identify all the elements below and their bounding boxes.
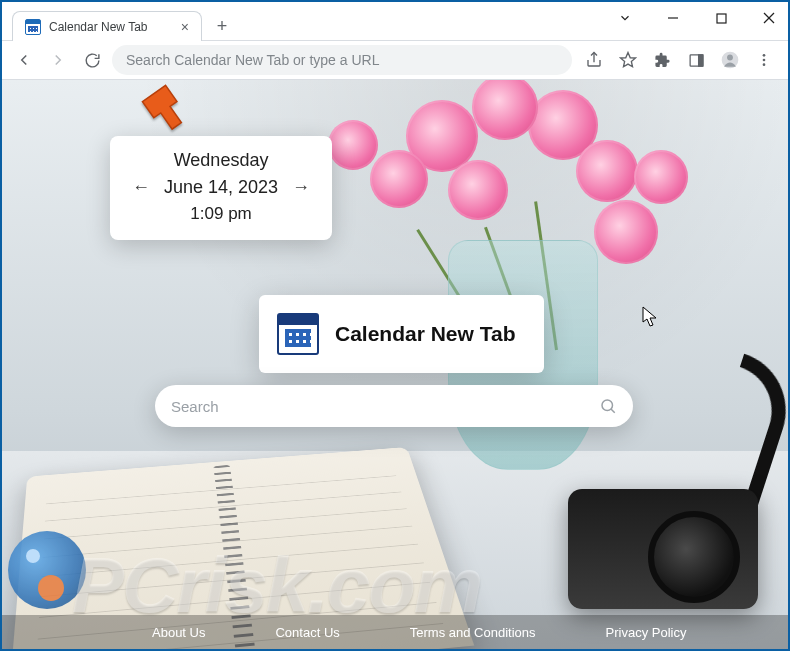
maximize-button[interactable]: [706, 6, 736, 30]
window-controls: [610, 6, 784, 30]
watermark-logo-icon: [8, 531, 86, 609]
svg-point-15: [602, 400, 613, 411]
nav-toolbar: Search Calendar New Tab or type a URL: [2, 40, 788, 80]
footer-nav: About Us Contact Us Terms and Conditions…: [2, 615, 788, 649]
weekday-label: Wednesday: [132, 150, 310, 171]
footer-link-terms[interactable]: Terms and Conditions: [410, 625, 536, 640]
svg-point-13: [763, 63, 766, 66]
search-input[interactable]: [171, 398, 599, 415]
toolbar-actions: [578, 50, 780, 70]
footer-link-contact[interactable]: Contact Us: [275, 625, 339, 640]
close-tab-icon[interactable]: ×: [181, 20, 189, 34]
search-icon[interactable]: [599, 397, 617, 415]
svg-line-16: [611, 409, 615, 413]
brand-card: Calendar New Tab: [259, 295, 544, 373]
svg-rect-1: [717, 14, 726, 23]
calendar-icon: [25, 19, 41, 35]
titlebar: Calendar New Tab × +: [2, 2, 788, 40]
share-icon[interactable]: [584, 50, 604, 70]
svg-rect-8: [698, 54, 702, 65]
svg-point-10: [727, 55, 733, 61]
bookmark-star-icon[interactable]: [618, 50, 638, 70]
menu-icon[interactable]: [754, 50, 774, 70]
back-button[interactable]: [10, 46, 38, 74]
close-window-button[interactable]: [754, 6, 784, 30]
extensions-icon[interactable]: [652, 50, 672, 70]
forward-button[interactable]: [44, 46, 72, 74]
page-content: Wednesday ← June 14, 2023 → 1:09 pm Cale…: [2, 80, 788, 649]
cursor-icon: [642, 306, 658, 328]
svg-marker-5: [621, 53, 636, 67]
date-label: June 14, 2023: [164, 177, 278, 198]
chevron-down-icon[interactable]: [610, 6, 640, 30]
reload-button[interactable]: [78, 46, 106, 74]
svg-point-11: [763, 54, 766, 57]
attention-arrow-icon: [139, 84, 195, 140]
profile-icon[interactable]: [720, 50, 740, 70]
next-day-button[interactable]: →: [292, 177, 310, 198]
browser-tab[interactable]: Calendar New Tab ×: [12, 11, 202, 41]
svg-marker-17: [643, 307, 656, 326]
svg-marker-14: [139, 84, 187, 131]
address-bar[interactable]: Search Calendar New Tab or type a URL: [112, 45, 572, 75]
prev-day-button[interactable]: ←: [132, 177, 150, 198]
svg-point-12: [763, 59, 766, 62]
time-label: 1:09 pm: [132, 204, 310, 224]
browser-window: Calendar New Tab × + Search Calendar New…: [0, 0, 790, 651]
omnibox-placeholder: Search Calendar New Tab or type a URL: [126, 52, 379, 68]
footer-link-about[interactable]: About Us: [152, 625, 205, 640]
page-search-bar[interactable]: [155, 385, 633, 427]
tab-title: Calendar New Tab: [49, 20, 148, 34]
brand-title: Calendar New Tab: [335, 322, 516, 346]
new-tab-button[interactable]: +: [208, 12, 236, 40]
minimize-button[interactable]: [658, 6, 688, 30]
footer-link-privacy[interactable]: Privacy Policy: [606, 625, 687, 640]
side-panel-icon[interactable]: [686, 50, 706, 70]
calendar-icon: [277, 313, 319, 355]
date-widget: Wednesday ← June 14, 2023 → 1:09 pm: [110, 136, 332, 240]
